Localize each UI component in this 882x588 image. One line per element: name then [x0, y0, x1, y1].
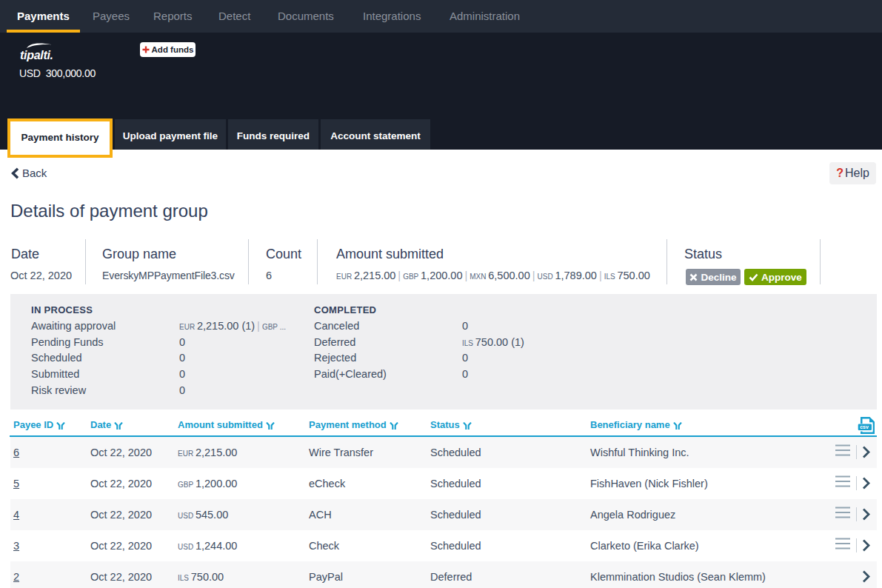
svg-text:csv: csv	[860, 424, 869, 430]
svg-text:tipalti.: tipalti.	[20, 49, 53, 61]
